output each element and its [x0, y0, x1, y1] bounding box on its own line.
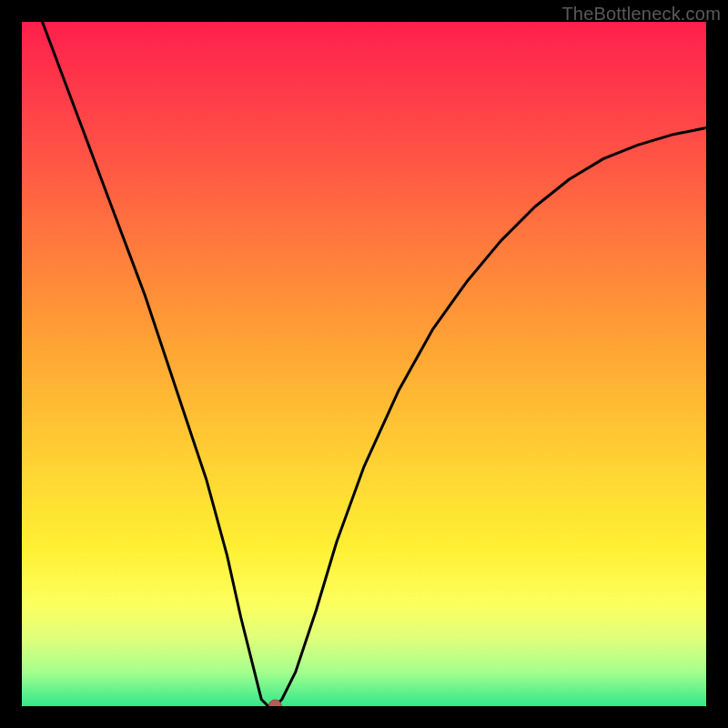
plot-area — [22, 22, 706, 706]
attribution-watermark: TheBottleneck.com — [561, 4, 721, 25]
curve-layer — [22, 22, 706, 706]
bottleneck-curve — [43, 22, 706, 706]
chart-root: TheBottleneck.com — [0, 0, 728, 728]
